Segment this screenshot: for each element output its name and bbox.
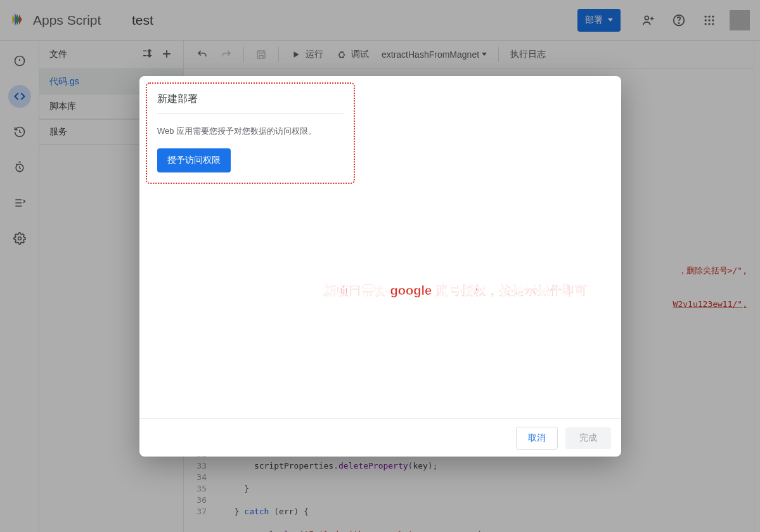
deploy-dialog: 新建部署 Web 应用需要您授予对您数据的访问权限。 授予访问权限 新项目需要 …: [139, 76, 621, 457]
dialog-message: Web 应用需要您授予对您数据的访问权限。: [157, 126, 344, 137]
dialog-footer: 取消 完成: [139, 418, 621, 457]
annotation-text: 新项目需要 google 账号授权，按提示操作即可: [323, 282, 588, 299]
dialog-title: 新建部署: [157, 93, 344, 114]
auth-callout: 新建部署 Web 应用需要您授予对您数据的访问权限。 授予访问权限: [146, 82, 355, 184]
grant-access-button[interactable]: 授予访问权限: [157, 148, 231, 172]
done-button: 完成: [565, 427, 611, 449]
cancel-button[interactable]: 取消: [516, 427, 558, 450]
